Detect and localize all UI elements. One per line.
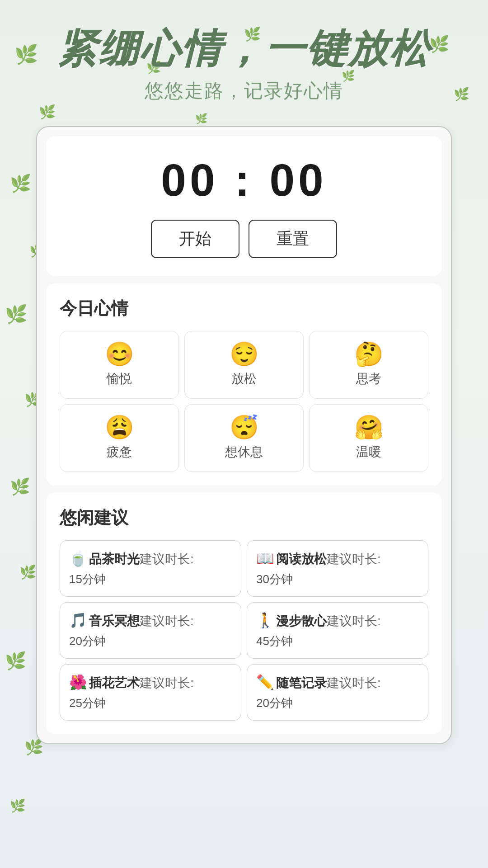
leisure-icon-1: 📖	[256, 550, 274, 566]
mood-section: 今日心情 😊 愉悦 😌 放松 🤔 思考 😩 疲惫 😴 想休息 🤗 温暖	[46, 283, 442, 486]
tree-decoration: 🌿	[10, 477, 30, 496]
leisure-item[interactable]: 📖阅读放松建议时长: 30分钟	[247, 540, 428, 597]
leisure-item[interactable]: 🚶漫步散心建议时长: 45分钟	[247, 602, 428, 659]
main-title: 紧绷心情，一键放松	[18, 27, 470, 71]
leisure-item-header-0: 🍵品茶时光建议时长:	[69, 550, 232, 568]
mood-item[interactable]: 🤗 温暖	[309, 404, 428, 472]
mood-section-title: 今日心情	[60, 297, 428, 320]
mood-item[interactable]: 😴 想休息	[184, 404, 304, 472]
mood-emoji-2: 🤔	[354, 342, 384, 366]
leisure-item[interactable]: 🍵品茶时光建议时长: 15分钟	[60, 540, 241, 597]
leisure-item-header-3: 🚶漫步散心建议时长:	[256, 612, 419, 630]
timer-display: 00 : 00	[60, 154, 428, 206]
mood-emoji-4: 😴	[230, 415, 259, 439]
mood-emoji-3: 😩	[105, 415, 134, 439]
mood-item[interactable]: 😩 疲惫	[60, 404, 179, 472]
main-card: 00 : 00 开始 重置 今日心情 😊 愉悦 😌 放松 🤔 思考 😩 疲惫 😴…	[36, 126, 452, 744]
mood-emoji-0: 😊	[105, 342, 134, 366]
leisure-duration-0: 15分钟	[69, 571, 232, 587]
mood-label-3: 疲惫	[107, 443, 132, 461]
leisure-duration-4: 25分钟	[69, 695, 232, 711]
mood-label-4: 想休息	[225, 443, 263, 461]
mood-label-5: 温暖	[356, 443, 381, 461]
leisure-section: 悠闲建议 🍵品茶时光建议时长: 15分钟 📖阅读放松建议时长: 30分钟 🎵音乐…	[46, 493, 442, 734]
tree-decoration: 🌿	[10, 174, 31, 193]
mood-emoji-5: 🤗	[354, 415, 384, 439]
leisure-item-header-2: 🎵音乐冥想建议时长:	[69, 612, 232, 630]
timer-section: 00 : 00 开始 重置	[46, 136, 442, 276]
leisure-item-header-4: 🌺插花艺术建议时长:	[69, 674, 232, 692]
leisure-icon-0: 🍵	[69, 550, 87, 566]
leisure-icon-3: 🚶	[256, 612, 274, 628]
leisure-grid: 🍵品茶时光建议时长: 15分钟 📖阅读放松建议时长: 30分钟 🎵音乐冥想建议时…	[60, 540, 428, 721]
mood-emoji-1: 😌	[230, 342, 259, 366]
leisure-duration-2: 20分钟	[69, 633, 232, 649]
leisure-item-header-1: 📖阅读放松建议时长:	[256, 550, 419, 568]
leisure-duration-5: 20分钟	[256, 695, 419, 711]
timer-buttons: 开始 重置	[60, 220, 428, 258]
mood-item[interactable]: 🤔 思考	[309, 331, 428, 399]
tree-decoration: 🌿	[5, 651, 26, 671]
mood-label-1: 放松	[231, 370, 257, 387]
mood-label-2: 思考	[356, 370, 381, 387]
mood-item[interactable]: 😌 放松	[184, 331, 304, 399]
leisure-item[interactable]: 🎵音乐冥想建议时长: 20分钟	[60, 602, 241, 659]
reset-button[interactable]: 重置	[249, 220, 337, 258]
tree-decoration: 🌿	[10, 798, 26, 813]
leisure-icon-4: 🌺	[69, 674, 87, 690]
leisure-icon-2: 🎵	[69, 612, 87, 628]
leisure-duration-3: 45分钟	[256, 633, 419, 649]
mood-item[interactable]: 😊 愉悦	[60, 331, 179, 399]
header-section: 紧绷心情，一键放松 悠悠走路，记录好心情	[0, 0, 488, 117]
leisure-item[interactable]: ✏️随笔记录建议时长: 20分钟	[247, 664, 428, 721]
leisure-icon-5: ✏️	[256, 674, 274, 690]
leisure-section-title: 悠闲建议	[60, 506, 428, 529]
mood-grid: 😊 愉悦 😌 放松 🤔 思考 😩 疲惫 😴 想休息 🤗 温暖	[60, 331, 428, 472]
start-button[interactable]: 开始	[151, 220, 239, 258]
tree-decoration: 🌿	[19, 564, 36, 580]
tree-decoration: 🌿	[5, 304, 28, 325]
sub-title: 悠悠走路，记录好心情	[18, 78, 470, 104]
leisure-item[interactable]: 🌺插花艺术建议时长: 25分钟	[60, 664, 241, 721]
mood-label-0: 愉悦	[107, 370, 132, 387]
leisure-duration-1: 30分钟	[256, 571, 419, 587]
leisure-item-header-5: ✏️随笔记录建议时长:	[256, 674, 419, 692]
